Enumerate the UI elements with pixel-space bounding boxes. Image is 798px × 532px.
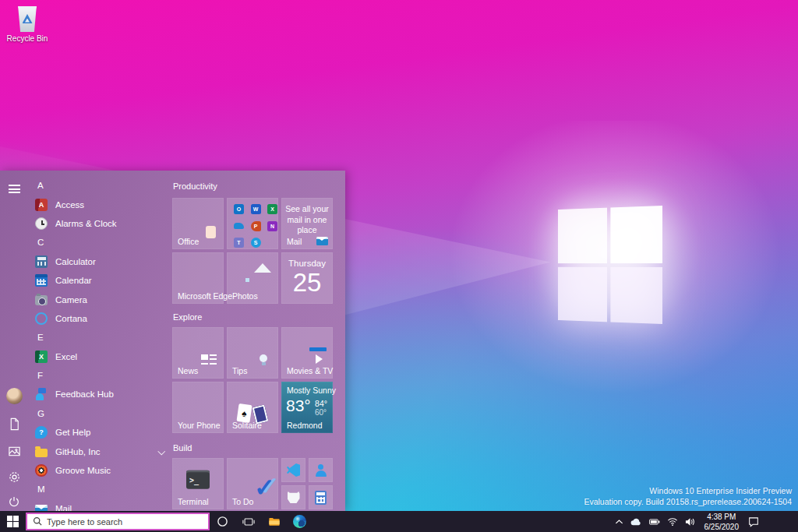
tile-tips[interactable]: Tips [227,327,278,379]
small-tile-group [281,458,333,509]
tile-vscode[interactable] [281,458,305,482]
tray-overflow-button[interactable] [612,511,627,532]
tile-github[interactable] [281,485,305,509]
app-list-letter-a[interactable]: A [28,176,170,195]
tile-area: Productivity Office See all y [172,171,336,509]
calculator-icon [35,255,48,268]
show-desktop-strip[interactable] [762,511,798,532]
app-list-item-access[interactable]: Access [28,195,170,213]
teams-icon [234,238,244,248]
app-list-item-get-help[interactable]: Get Help [28,423,170,442]
logo-pane [610,206,662,263]
app-list-letter-g[interactable]: G [28,404,170,423]
tile-calculator[interactable] [309,485,333,509]
action-center-button[interactable] [744,511,762,532]
recycle-bin-icon [17,6,38,32]
power-button[interactable] [5,493,23,510]
avatar [6,388,23,404]
alarms-clock-icon [35,217,48,230]
app-list: A Access Alarms & Clock C Calculator Cal… [28,176,170,512]
app-list-item-alarms-clock[interactable]: Alarms & Clock [28,214,170,233]
tile-news[interactable]: News [172,327,224,379]
tile-mail-live[interactable]: See all your mail in one place Mail [281,198,333,249]
volume-tray-button[interactable] [682,511,699,532]
calculator-tile-icon [315,491,327,505]
word-icon [251,204,261,214]
folder-icon [268,516,281,528]
skype-icon [251,238,261,248]
tile-your-phone[interactable]: Your Phone [172,382,224,433]
tile-to-do[interactable]: To Do [227,458,278,509]
taskbar-search-box[interactable] [26,513,210,530]
logo-pane [558,208,606,263]
onenote-icon [267,221,277,231]
chevron-up-icon [615,519,623,525]
terminal-icon [186,470,210,489]
app-list-item-calculator[interactable]: Calculator [28,252,170,271]
app-list-item-cortana[interactable]: Cortana [28,309,170,328]
watermark-line2: Evaluation copy. Build 20158.rs_prerelea… [584,496,792,508]
taskbar-clock[interactable]: 4:38 PM 6/25/2020 [699,512,745,532]
onedrive-tray-button[interactable] [627,511,646,532]
powerpoint-icon [251,221,261,231]
power-icon [8,495,20,508]
tile-feedback-hub[interactable] [309,458,333,482]
windows-logo [558,206,662,324]
app-list-letter-e[interactable]: E [28,328,170,347]
tile-terminal[interactable]: Terminal [172,458,224,509]
app-list-item-calendar[interactable]: Calendar [28,271,170,290]
network-tray-button[interactable] [664,511,682,532]
battery-icon [649,518,660,526]
tile-calendar-live[interactable]: Thursday 25 [281,252,333,304]
tile-office-apps-folder[interactable] [227,198,278,249]
github-octocat-icon [288,491,300,503]
cloud-icon [630,517,642,527]
app-list-letter-c[interactable]: C [28,233,170,252]
tile-movies-tv[interactable]: Movies & TV [281,327,333,379]
gear-icon [8,470,21,484]
cortana-icon [217,516,228,527]
search-icon [33,516,43,527]
tile-weather-live[interactable]: Mostly Sunny 83° 84° 60° Redmond [281,382,333,433]
recycle-bin-shortcut[interactable]: Recycle Bin [5,6,50,43]
task-view-icon [242,516,255,528]
search-input[interactable] [47,517,208,527]
insider-watermark: Windows 10 Enterprise Insider Preview Ev… [584,485,792,508]
calendar-icon [35,274,48,287]
edge-button[interactable] [287,511,312,532]
app-list-letter-m[interactable]: M [28,480,170,499]
app-list-item-github-folder[interactable]: GitHub, Inc [28,442,170,460]
vscode-icon [287,463,300,477]
camera-icon [35,295,48,305]
pictures-button[interactable] [5,442,23,460]
app-list-item-groove-music[interactable]: Groove Music [28,461,170,480]
tile-office[interactable]: Office [172,198,224,249]
settings-button[interactable] [5,468,23,485]
watermark-line1: Windows 10 Enterprise Insider Preview [584,485,792,497]
start-button[interactable] [0,511,26,532]
documents-button[interactable] [5,415,23,432]
app-list-item-mail[interactable]: Mail [28,499,170,512]
battery-tray-button[interactable] [646,511,664,532]
folder-icon [35,449,48,457]
app-list-item-excel[interactable]: Excel [28,347,170,366]
cortana-icon [35,312,48,325]
cortana-button[interactable] [210,511,235,532]
desktop: Recycle Bin Windows 10 Enterprise Inside… [0,0,798,532]
pictures-icon [8,445,21,458]
logo-pane [558,266,606,322]
user-account-button[interactable] [5,387,23,404]
expand-menu-button[interactable] [5,180,23,197]
tile-solitaire[interactable]: Solitaire [227,382,278,433]
tile-photos[interactable]: Photos [227,252,278,304]
hamburger-icon [9,185,20,193]
onedrive-icon [234,221,244,231]
tile-microsoft-edge[interactable]: Microsoft Edge [172,252,224,304]
outlook-icon [234,204,244,214]
app-list-letter-f[interactable]: F [28,366,170,385]
app-list-item-feedback-hub[interactable]: Feedback Hub [28,385,170,403]
task-view-button[interactable] [235,511,261,532]
file-explorer-button[interactable] [261,511,287,532]
app-list-item-camera[interactable]: Camera [28,290,170,308]
section-title-productivity: Productivity [173,181,336,192]
